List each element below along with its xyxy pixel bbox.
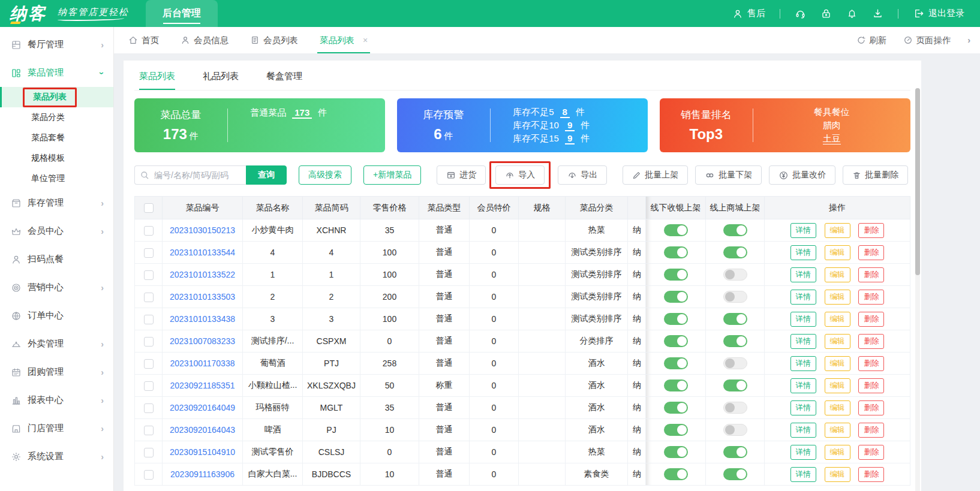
dish-id-link[interactable]: 20231007083233 bbox=[170, 336, 235, 346]
batch-on-shelf-button[interactable]: 批量上架 bbox=[623, 165, 688, 185]
edit-button[interactable]: 编辑 bbox=[825, 223, 850, 238]
headset-icon[interactable] bbox=[795, 8, 806, 19]
detail-button[interactable]: 详情 bbox=[790, 290, 816, 305]
dish-id-link[interactable]: 20230920164049 bbox=[170, 403, 235, 412]
stock-lt10-count[interactable]: 9 bbox=[565, 120, 575, 131]
edit-button[interactable]: 编辑 bbox=[825, 400, 850, 415]
detail-button[interactable]: 详情 bbox=[790, 312, 816, 327]
sidebar-item-order-center[interactable]: 订单中心 bbox=[0, 302, 113, 330]
delete-button[interactable]: 删除 bbox=[858, 356, 884, 371]
row-checkbox[interactable] bbox=[144, 381, 154, 391]
sidebar-item-dish-management[interactable]: 菜品管理 › bbox=[0, 59, 113, 87]
online-shelf-toggle[interactable] bbox=[723, 379, 747, 391]
chevron-right-icon[interactable]: › bbox=[967, 35, 970, 45]
edit-button[interactable]: 编辑 bbox=[825, 423, 850, 438]
query-button[interactable]: 查询 bbox=[246, 165, 287, 185]
sidebar-item-scan-order[interactable]: 扫码点餐 bbox=[0, 245, 113, 273]
dish-id-link[interactable]: 20231010133503 bbox=[170, 292, 235, 302]
add-dish-button[interactable]: +新增菜品 bbox=[363, 165, 421, 185]
sidebar-item-dish-combo[interactable]: 菜品套餐 bbox=[0, 128, 113, 148]
batch-off-shelf-button[interactable]: 批量下架 bbox=[695, 165, 762, 185]
nav-tab-backend[interactable]: 后台管理 bbox=[146, 0, 218, 27]
online-shelf-toggle[interactable] bbox=[723, 335, 747, 347]
sidebar-item-dish-category[interactable]: 菜品分类 bbox=[0, 107, 113, 128]
online-shelf-toggle[interactable] bbox=[723, 446, 747, 458]
row-checkbox[interactable] bbox=[144, 315, 154, 324]
delete-button[interactable]: 删除 bbox=[858, 467, 884, 482]
edit-button[interactable]: 编辑 bbox=[825, 290, 850, 305]
sidebar-item-member-center[interactable]: 会员中心› bbox=[0, 217, 113, 245]
import-button[interactable]: 导入 bbox=[495, 165, 545, 185]
online-shelf-toggle[interactable] bbox=[723, 269, 747, 281]
offline-shelf-toggle[interactable] bbox=[664, 357, 688, 369]
offline-shelf-toggle[interactable] bbox=[664, 468, 688, 480]
edit-button[interactable]: 编辑 bbox=[825, 334, 850, 349]
select-all-checkbox[interactable] bbox=[144, 203, 154, 213]
detail-button[interactable]: 详情 bbox=[790, 378, 816, 393]
row-checkbox[interactable] bbox=[144, 448, 154, 457]
detail-button[interactable]: 详情 bbox=[790, 223, 816, 238]
edit-button[interactable]: 编辑 bbox=[825, 467, 850, 482]
stock-lt5-count[interactable]: 8 bbox=[560, 107, 570, 118]
dish-id-link[interactable]: 20231010133544 bbox=[170, 248, 235, 257]
dish-id-link[interactable]: 20231030150213 bbox=[170, 225, 235, 235]
sidebar-item-store-management[interactable]: 门店管理› bbox=[0, 414, 113, 442]
offline-shelf-toggle[interactable] bbox=[664, 246, 688, 258]
dish-id-link[interactable]: 20230921185351 bbox=[170, 381, 235, 390]
online-shelf-toggle[interactable] bbox=[723, 357, 747, 369]
online-shelf-toggle[interactable] bbox=[723, 224, 747, 236]
offline-shelf-toggle[interactable] bbox=[664, 379, 688, 391]
tab-home[interactable]: 首页 bbox=[128, 27, 159, 53]
delete-button[interactable]: 删除 bbox=[858, 400, 884, 415]
delete-button[interactable]: 删除 bbox=[858, 378, 884, 393]
offline-shelf-toggle[interactable] bbox=[664, 402, 688, 414]
sidebar-item-spec-template[interactable]: 规格模板 bbox=[0, 148, 113, 168]
detail-button[interactable]: 详情 bbox=[790, 267, 816, 282]
edit-button[interactable]: 编辑 bbox=[825, 378, 850, 393]
online-shelf-toggle[interactable] bbox=[723, 313, 747, 325]
offline-shelf-toggle[interactable] bbox=[664, 313, 688, 325]
sidebar-item-system-settings[interactable]: 系统设置› bbox=[0, 442, 113, 471]
row-checkbox[interactable] bbox=[144, 226, 154, 236]
tab-member-list[interactable]: 会员列表 bbox=[250, 27, 298, 53]
offline-shelf-toggle[interactable] bbox=[664, 291, 688, 303]
offline-shelf-toggle[interactable] bbox=[664, 224, 688, 236]
subtab-dish-list[interactable]: 菜品列表 bbox=[139, 71, 175, 90]
detail-button[interactable]: 详情 bbox=[790, 245, 816, 260]
lock-icon[interactable] bbox=[820, 8, 832, 19]
refresh-button[interactable]: 刷新 bbox=[856, 35, 886, 46]
edit-button[interactable]: 编辑 bbox=[825, 267, 850, 282]
online-shelf-toggle[interactable] bbox=[723, 402, 747, 414]
normal-dish-count[interactable]: 173 bbox=[292, 107, 312, 119]
after-sales-button[interactable]: 售后 bbox=[732, 8, 765, 19]
dish-id-link[interactable]: 20231010133438 bbox=[170, 314, 235, 324]
rank-item-2[interactable]: 腊肉 bbox=[823, 119, 841, 131]
row-checkbox[interactable] bbox=[144, 403, 154, 413]
tab-dish-list[interactable]: 菜品列表 × bbox=[320, 27, 368, 53]
vertical-scrollbar[interactable] bbox=[915, 88, 920, 491]
detail-button[interactable]: 详情 bbox=[790, 400, 816, 415]
offline-shelf-toggle[interactable] bbox=[664, 335, 688, 347]
dish-id-link[interactable]: 20230920164043 bbox=[170, 425, 235, 435]
stock-lt15-count[interactable]: 9 bbox=[565, 133, 575, 144]
detail-button[interactable]: 详情 bbox=[790, 356, 816, 371]
download-icon[interactable] bbox=[872, 8, 883, 19]
row-checkbox[interactable] bbox=[144, 293, 154, 302]
batch-price-button[interactable]: 批量改价 bbox=[769, 165, 835, 185]
sidebar-item-dish-list[interactable]: 菜品列表 bbox=[0, 87, 113, 107]
offline-shelf-toggle[interactable] bbox=[664, 269, 688, 281]
page-operations-button[interactable]: 页面操作 bbox=[903, 35, 951, 46]
online-shelf-toggle[interactable] bbox=[723, 424, 747, 436]
online-shelf-toggle[interactable] bbox=[723, 246, 747, 258]
detail-button[interactable]: 详情 bbox=[790, 423, 816, 438]
sidebar-item-marketing[interactable]: 营销中心› bbox=[0, 273, 113, 302]
sidebar-item-inventory[interactable]: 库存管理› bbox=[0, 189, 113, 217]
dish-id-link[interactable]: 20231001170338 bbox=[170, 359, 235, 368]
edit-button[interactable]: 编辑 bbox=[825, 312, 850, 327]
detail-button[interactable]: 详情 bbox=[790, 445, 816, 460]
delete-button[interactable]: 删除 bbox=[858, 267, 884, 282]
online-shelf-toggle[interactable] bbox=[723, 291, 747, 303]
subtab-mealbox[interactable]: 餐盒管理 bbox=[266, 71, 302, 90]
delete-button[interactable]: 删除 bbox=[858, 223, 884, 238]
dish-id-link[interactable]: 20230911163906 bbox=[170, 469, 235, 479]
